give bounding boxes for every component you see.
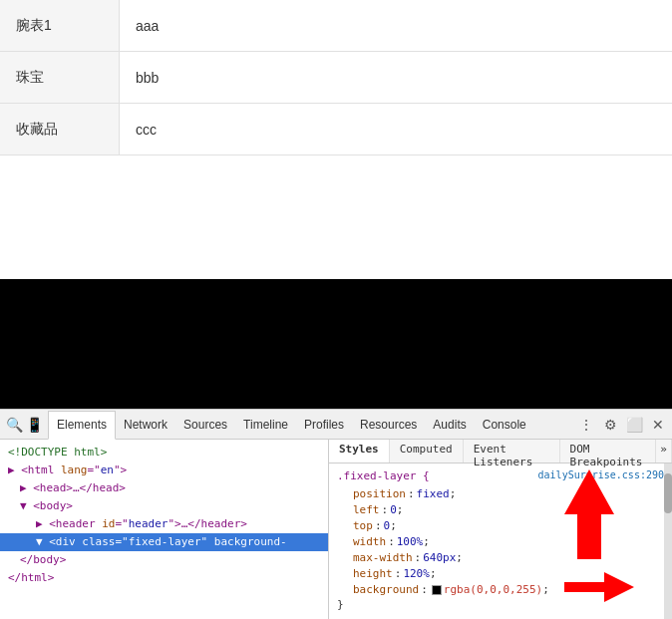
tab-timeline[interactable]: Timeline bbox=[235, 410, 296, 439]
css-source-link[interactable]: dailySurprise.css:290 bbox=[538, 469, 664, 480]
dom-line-html-close: </html> bbox=[0, 569, 328, 587]
tab-console[interactable]: Console bbox=[475, 410, 534, 439]
cell-value-1: aaa bbox=[120, 4, 672, 48]
styles-scrollbar[interactable] bbox=[664, 464, 672, 619]
styles-tab-computed[interactable]: Computed bbox=[390, 440, 464, 463]
scrollbar-thumb[interactable] bbox=[664, 473, 672, 513]
css-prop-width: width: 100%; bbox=[337, 534, 664, 550]
customize-icon[interactable]: ⋮ bbox=[576, 415, 596, 435]
settings-icon[interactable]: ⚙ bbox=[600, 415, 620, 435]
devtools-toolbar-right: ⋮ ⚙ ⬜ ✕ bbox=[576, 415, 668, 435]
styles-tab-event-listeners[interactable]: Event Listeners bbox=[464, 440, 560, 463]
cell-label-3: 收藏品 bbox=[0, 104, 120, 155]
search-icon[interactable]: 🔍 bbox=[4, 415, 24, 435]
black-area bbox=[0, 279, 672, 409]
tab-profiles[interactable]: Profiles bbox=[296, 410, 352, 439]
css-prop-top: top: 0; bbox=[337, 518, 664, 534]
tab-audits[interactable]: Audits bbox=[425, 410, 474, 439]
dom-line-body[interactable]: ▼ <body> bbox=[0, 497, 328, 515]
dom-line-header[interactable]: ▶ <header id="header">…</header> bbox=[0, 515, 328, 533]
dom-line-fixedlayer[interactable]: ▼ <div class="fixed-layer" background- c… bbox=[0, 533, 328, 551]
css-prop-left: left: 0; bbox=[337, 502, 664, 518]
close-icon[interactable]: ✕ bbox=[648, 415, 668, 435]
dom-line-body-close: </body> bbox=[0, 551, 328, 569]
tab-sources[interactable]: Sources bbox=[175, 410, 235, 439]
css-prop-max-width: max-width: 640px; bbox=[337, 550, 664, 566]
devtools-body: <!DOCTYPE html> ▶ <html lang="en"> ▶ <he… bbox=[0, 440, 672, 619]
tab-network[interactable]: Network bbox=[116, 410, 175, 439]
styles-tab-more[interactable]: » bbox=[656, 440, 672, 463]
tab-elements[interactable]: Elements bbox=[48, 411, 116, 440]
styles-tab-dom-breakpoints[interactable]: DOM Breakpoints bbox=[560, 440, 657, 463]
cell-value-3: ccc bbox=[120, 108, 672, 152]
devtools-panel: 🔍 📱 Elements Network Sources Timeline Pr… bbox=[0, 409, 672, 619]
css-prop-background: background: rgba(0,0,0,255); bbox=[337, 582, 664, 598]
table-row-3: 收藏品 ccc bbox=[0, 104, 672, 155]
css-selector: .fixed-layer { bbox=[337, 469, 430, 482]
css-prop-position: position: fixed; bbox=[337, 486, 664, 502]
styles-panel: Styles Computed Event Listeners DOM Brea… bbox=[329, 440, 672, 619]
tab-resources[interactable]: Resources bbox=[352, 410, 425, 439]
dom-line-html[interactable]: ▶ <html lang="en"> bbox=[0, 462, 328, 479]
devtools-toolbar: 🔍 📱 Elements Network Sources Timeline Pr… bbox=[0, 410, 672, 440]
dom-line-head[interactable]: ▶ <head>…</head> bbox=[0, 479, 328, 497]
styles-content: .fixed-layer { dailySurprise.css:290 pos… bbox=[329, 464, 672, 619]
styles-tab-styles[interactable]: Styles bbox=[329, 440, 390, 463]
page-content: 腕表1 aaa 珠宝 bbb 收藏品 ccc bbox=[0, 0, 672, 279]
table-row-2: 珠宝 bbb bbox=[0, 52, 672, 104]
dock-icon[interactable]: ⬜ bbox=[624, 415, 644, 435]
cell-label-2: 珠宝 bbox=[0, 52, 120, 103]
dom-tree-panel: <!DOCTYPE html> ▶ <html lang="en"> ▶ <he… bbox=[0, 440, 329, 619]
css-rule-header: .fixed-layer { dailySurprise.css:290 bbox=[337, 469, 664, 482]
devtools-tab-list: Elements Network Sources Timeline Profil… bbox=[48, 410, 534, 439]
dom-line-doctype: <!DOCTYPE html> bbox=[0, 444, 328, 462]
table-row-1: 腕表1 aaa bbox=[0, 0, 672, 52]
color-swatch-black[interactable] bbox=[432, 585, 442, 595]
css-prop-height: height: 120%; bbox=[337, 566, 664, 582]
styles-tab-list: Styles Computed Event Listeners DOM Brea… bbox=[329, 440, 672, 464]
cell-label-1: 腕表1 bbox=[0, 0, 120, 51]
mobile-icon[interactable]: 📱 bbox=[24, 415, 44, 435]
cell-value-2: bbb bbox=[120, 56, 672, 100]
css-closing-brace: } bbox=[337, 598, 664, 611]
